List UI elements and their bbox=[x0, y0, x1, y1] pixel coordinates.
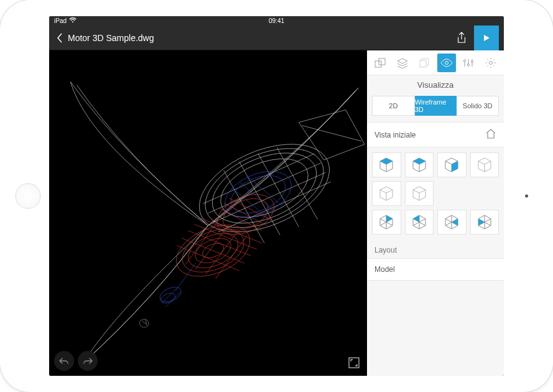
initial-view-label: Vista iniziale bbox=[374, 131, 416, 139]
back-button[interactable] bbox=[54, 32, 65, 44]
status-bar: iPad 09:41 bbox=[49, 16, 504, 26]
fullscreen-button[interactable] bbox=[346, 355, 362, 371]
shapes-tool[interactable] bbox=[371, 54, 389, 72]
layout-section-label: Layout bbox=[367, 240, 504, 258]
seg-2d[interactable]: 2D bbox=[372, 96, 415, 116]
undo-button[interactable] bbox=[54, 351, 74, 371]
adjust-tool[interactable] bbox=[459, 54, 478, 72]
view-iso-6[interactable] bbox=[405, 181, 434, 206]
svg-point-20 bbox=[464, 60, 466, 62]
svg-point-21 bbox=[468, 63, 470, 65]
view-iso-empty[interactable] bbox=[470, 152, 500, 177]
svg-rect-16 bbox=[375, 61, 381, 67]
camera-dot bbox=[525, 195, 528, 198]
panel-title: Visualizza bbox=[367, 75, 504, 93]
title-bar: Motor 3D Sample.dwg bbox=[49, 26, 504, 50]
side-panel: Visualizza 2D Wireframe 3D Solido 3D Vis… bbox=[367, 50, 504, 376]
svg-point-19 bbox=[445, 61, 448, 64]
home-icon bbox=[485, 129, 496, 141]
layout-model-row[interactable]: Model bbox=[367, 258, 504, 281]
view-mode-segment: 2D Wireframe 3D Solido 3D bbox=[367, 93, 504, 122]
document-title: Motor 3D Sample.dwg bbox=[68, 33, 449, 43]
layers-tool[interactable] bbox=[393, 54, 412, 72]
wireframe-illustration bbox=[49, 50, 367, 376]
svg-rect-18 bbox=[420, 60, 426, 67]
view-hex-1[interactable] bbox=[372, 210, 401, 235]
view-iso-top-2[interactable] bbox=[405, 152, 434, 177]
duplicate-tool[interactable] bbox=[415, 54, 434, 72]
layout-model-label: Model bbox=[374, 265, 395, 274]
wifi-icon bbox=[69, 17, 77, 24]
svg-rect-17 bbox=[379, 58, 385, 65]
play-button[interactable] bbox=[474, 26, 499, 50]
view-iso-5[interactable] bbox=[372, 181, 401, 206]
settings-tool[interactable] bbox=[481, 54, 500, 72]
seg-solid[interactable]: Solido 3D bbox=[457, 96, 499, 116]
ortho-views-grid bbox=[367, 147, 504, 240]
view-tool[interactable] bbox=[437, 54, 456, 72]
drawing-canvas[interactable] bbox=[49, 50, 367, 376]
share-button[interactable] bbox=[449, 26, 474, 50]
panel-tool-row bbox=[367, 50, 504, 75]
view-iso-right[interactable] bbox=[437, 152, 467, 177]
view-hex-4[interactable] bbox=[470, 210, 500, 235]
initial-view-row[interactable]: Vista iniziale bbox=[367, 122, 504, 147]
clock: 09:41 bbox=[269, 17, 284, 24]
redo-button[interactable] bbox=[78, 351, 98, 371]
seg-wireframe[interactable]: Wireframe 3D bbox=[415, 96, 457, 116]
view-hex-3[interactable] bbox=[437, 210, 467, 235]
view-iso-top-1[interactable] bbox=[372, 152, 401, 177]
svg-point-23 bbox=[489, 61, 492, 64]
device-label: iPad bbox=[54, 17, 67, 24]
svg-point-22 bbox=[472, 60, 473, 62]
home-button[interactable] bbox=[15, 183, 41, 209]
view-hex-2[interactable] bbox=[405, 210, 434, 235]
